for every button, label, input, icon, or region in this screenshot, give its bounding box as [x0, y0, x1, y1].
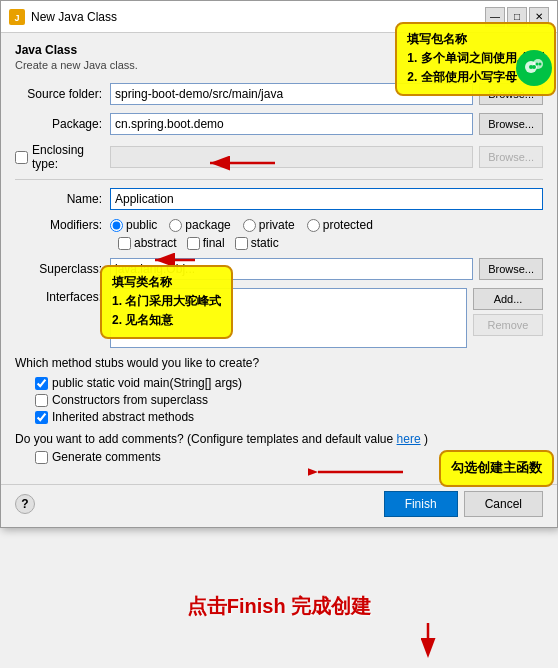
- interfaces-buttons: Add... Remove: [473, 288, 543, 336]
- stubs-section: Which method stubs would you like to cre…: [15, 356, 543, 370]
- name-input[interactable]: [110, 188, 543, 210]
- section-subtitle: Create a new Java class.: [15, 59, 543, 71]
- comments-section: Do you want to add comments? (Configure …: [15, 432, 543, 446]
- stub-constructor-row: Constructors from superclass: [35, 393, 543, 407]
- stub-main-row: public static void main(String[] args): [35, 376, 543, 390]
- superclass-row: Superclass: Browse...: [15, 258, 543, 280]
- modifier-public[interactable]: public: [110, 218, 157, 232]
- dialog-footer: ? Finish Cancel: [1, 484, 557, 527]
- enclosing-type-label: Enclosing type:: [32, 143, 102, 171]
- package-browse-button[interactable]: Browse...: [479, 113, 543, 135]
- modifier-private[interactable]: private: [243, 218, 295, 232]
- stub-inherited-row: Inherited abstract methods: [35, 410, 543, 424]
- enclosing-type-browse-button: Browse...: [479, 146, 543, 168]
- stub-main-checkbox[interactable]: [35, 377, 48, 390]
- modifier-private-label: private: [259, 218, 295, 232]
- package-input[interactable]: [110, 113, 473, 135]
- modifier-protected[interactable]: protected: [307, 218, 373, 232]
- modifier-static-checkbox[interactable]: [235, 237, 248, 250]
- stubs-question: Which method stubs would you like to cre…: [15, 356, 543, 370]
- section-header: Java Class: [15, 43, 543, 57]
- modifier-package-radio[interactable]: [169, 219, 182, 232]
- generate-comments-checkbox[interactable]: [35, 451, 48, 464]
- modifier-final-label: final: [203, 236, 225, 250]
- generate-comments-label: Generate comments: [52, 450, 161, 464]
- modifiers-options: public package private protected: [110, 218, 373, 232]
- interfaces-area: Interfaces: Add... Remove: [15, 288, 543, 348]
- interfaces-label: Interfaces:: [15, 288, 110, 304]
- modifiers-row2: abstract final static: [15, 236, 543, 250]
- close-button[interactable]: ✕: [529, 7, 549, 27]
- enclosing-type-check-area: Enclosing type:: [15, 143, 110, 171]
- help-button[interactable]: ?: [15, 494, 35, 514]
- comments-check-row: Generate comments: [15, 450, 543, 464]
- modifier-final[interactable]: final: [187, 236, 225, 250]
- modifiers-label: Modifiers:: [15, 218, 110, 232]
- package-label: Package:: [15, 117, 110, 131]
- minimize-button[interactable]: —: [485, 7, 505, 27]
- comments-link[interactable]: here: [397, 432, 421, 446]
- modifier-protected-label: protected: [323, 218, 373, 232]
- enclosing-type-checkbox[interactable]: [15, 151, 28, 164]
- enclosing-type-input[interactable]: [110, 146, 473, 168]
- modifier-public-label: public: [126, 218, 157, 232]
- stubs-checkboxes: public static void main(String[] args) C…: [15, 376, 543, 424]
- source-folder-row: Source folder: Browse...: [15, 83, 543, 105]
- stub-main-label: public static void main(String[] args): [52, 376, 242, 390]
- stub-inherited-checkbox[interactable]: [35, 411, 48, 424]
- dialog-window: J New Java Class — □ ✕ Java Class Create…: [0, 0, 558, 528]
- bottom-annotation: 点击Finish 完成创建: [187, 593, 371, 620]
- title-controls: — □ ✕: [485, 7, 549, 27]
- java-class-icon: J: [9, 9, 25, 25]
- superclass-input[interactable]: [110, 258, 473, 280]
- superclass-browse-button[interactable]: Browse...: [479, 258, 543, 280]
- modifier-protected-radio[interactable]: [307, 219, 320, 232]
- modifier-abstract-checkbox[interactable]: [118, 237, 131, 250]
- dialog-title: New Java Class: [31, 10, 117, 24]
- modifier-static-label: static: [251, 236, 279, 250]
- add-interface-button[interactable]: Add...: [473, 288, 543, 310]
- stub-inherited-label: Inherited abstract methods: [52, 410, 194, 424]
- comments-suffix: ): [424, 432, 428, 446]
- finish-arrow: [398, 618, 458, 658]
- modifiers-row: Modifiers: public package private protec…: [15, 218, 543, 232]
- footer-buttons: Finish Cancel: [384, 491, 543, 517]
- name-row: Name:: [15, 188, 543, 210]
- comments-question: Do you want to add comments? (Configure …: [15, 432, 393, 446]
- source-folder-label: Source folder:: [15, 87, 110, 101]
- source-folder-browse-button[interactable]: Browse...: [479, 83, 543, 105]
- modifier-package[interactable]: package: [169, 218, 230, 232]
- enclosing-type-row: Enclosing type: Browse...: [15, 143, 543, 171]
- modifier-private-radio[interactable]: [243, 219, 256, 232]
- modifier-abstract-label: abstract: [134, 236, 177, 250]
- source-folder-input[interactable]: [110, 83, 473, 105]
- modifier-public-radio[interactable]: [110, 219, 123, 232]
- name-label: Name:: [15, 192, 110, 206]
- remove-interface-button: Remove: [473, 314, 543, 336]
- stub-constructor-checkbox[interactable]: [35, 394, 48, 407]
- modifier-final-checkbox[interactable]: [187, 237, 200, 250]
- title-bar: J New Java Class — □ ✕: [1, 1, 557, 33]
- title-bar-left: J New Java Class: [9, 9, 117, 25]
- maximize-button[interactable]: □: [507, 7, 527, 27]
- svg-text:J: J: [14, 13, 19, 23]
- stub-constructor-label: Constructors from superclass: [52, 393, 208, 407]
- superclass-label: Superclass:: [15, 262, 110, 276]
- interfaces-list: [110, 288, 467, 348]
- modifier-abstract[interactable]: abstract: [118, 236, 177, 250]
- finish-button[interactable]: Finish: [384, 491, 458, 517]
- package-row: Package: Browse...: [15, 113, 543, 135]
- modifier-package-label: package: [185, 218, 230, 232]
- dialog-content: Java Class Create a new Java class. Sour…: [1, 33, 557, 484]
- cancel-button[interactable]: Cancel: [464, 491, 543, 517]
- separator-1: [15, 179, 543, 180]
- modifier-static[interactable]: static: [235, 236, 279, 250]
